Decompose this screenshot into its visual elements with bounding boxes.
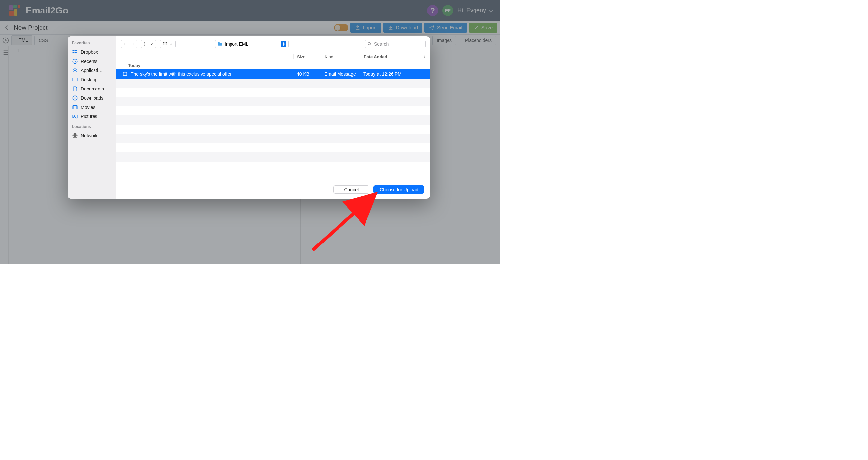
file-open-dialog: Favorites Dropbox Recents Applicati… Des… [67, 36, 430, 199]
svg-rect-12 [165, 42, 165, 43]
svg-rect-15 [165, 43, 165, 44]
sidebar-label: Network [81, 133, 97, 138]
sidebar-item-dropbox[interactable]: Dropbox [67, 47, 116, 57]
view-list-button[interactable] [141, 40, 156, 48]
applications-icon [72, 67, 78, 73]
svg-rect-16 [166, 43, 166, 44]
svg-rect-14 [163, 43, 164, 44]
sidebar-label: Pictures [81, 114, 97, 119]
file-row-empty [116, 134, 430, 143]
document-icon [72, 86, 78, 92]
file-row-empty [116, 125, 430, 134]
dropbox-icon [72, 49, 78, 55]
date-group-today: Today [116, 62, 430, 69]
svg-rect-2 [73, 78, 78, 81]
column-kind[interactable]: Kind [321, 54, 360, 59]
file-columns: Size Kind Date Added〉 [116, 52, 430, 62]
file-row-empty [116, 106, 430, 116]
sidebar-item-pictures[interactable]: Pictures [67, 112, 116, 121]
choose-for-upload-button[interactable]: Choose for Upload [373, 185, 425, 194]
sidebar-label: Dropbox [81, 50, 98, 55]
svg-rect-11 [163, 42, 164, 43]
file-list: Today The sky's the limit with this excl… [116, 62, 430, 180]
sidebar-label: Recents [81, 59, 97, 64]
movies-icon [72, 104, 78, 110]
chevron-down-icon [150, 42, 153, 46]
pictures-icon [72, 113, 78, 120]
sidebar-label: Applicati… [81, 68, 103, 73]
list-icon [144, 42, 148, 46]
search-icon [368, 42, 372, 46]
search-field[interactable]: Search [365, 40, 426, 48]
file-row-empty [116, 152, 430, 162]
eml-file-icon [122, 71, 128, 77]
file-row-empty [116, 97, 430, 106]
sidebar-item-applications[interactable]: Applicati… [67, 66, 116, 75]
location-dropdown[interactable]: Import EML ▲▼ [215, 40, 289, 48]
cancel-button[interactable]: Cancel [333, 185, 369, 194]
file-dialog-sidebar: Favorites Dropbox Recents Applicati… Des… [67, 36, 116, 199]
svg-point-17 [368, 42, 370, 45]
clock-icon [72, 58, 78, 64]
file-row-empty [116, 143, 430, 152]
favorites-header: Favorites [67, 41, 116, 47]
location-label: Import EML [224, 41, 248, 47]
view-grid-button[interactable] [160, 40, 176, 48]
sidebar-label: Documents [81, 86, 104, 92]
chevron-down-icon [169, 42, 173, 46]
file-kind: Email Message [321, 71, 360, 77]
sidebar-item-movies[interactable]: Movies [67, 103, 116, 112]
dialog-footer: Cancel Choose for Upload [116, 180, 430, 199]
sidebar-label: Desktop [81, 77, 97, 82]
sidebar-item-downloads[interactable]: Downloads [67, 93, 116, 103]
file-size: 40 KB [293, 71, 321, 77]
desktop-icon [72, 77, 78, 83]
file-row-empty [116, 79, 430, 88]
file-name: The sky's the limit with this exclusive … [131, 71, 231, 77]
svg-point-10 [144, 45, 145, 45]
sort-chevron-icon: 〉 [424, 55, 427, 59]
svg-rect-19 [124, 73, 127, 75]
nav-back-forward [121, 40, 137, 48]
sidebar-label: Movies [81, 105, 95, 110]
sidebar-item-network[interactable]: Network [67, 131, 116, 140]
sidebar-item-documents[interactable]: Documents [67, 84, 116, 93]
svg-point-8 [144, 42, 145, 43]
folder-icon [217, 41, 223, 47]
file-row-empty [116, 88, 430, 97]
updown-icon: ▲▼ [281, 41, 286, 47]
sidebar-label: Downloads [81, 95, 103, 101]
nav-back-button[interactable] [121, 40, 129, 48]
file-date: Today at 12:26 PM [360, 71, 430, 77]
file-row[interactable]: The sky's the limit with this exclusive … [116, 69, 430, 79]
file-row-empty [116, 116, 430, 125]
sidebar-item-desktop[interactable]: Desktop [67, 75, 116, 84]
column-size[interactable]: Size [293, 54, 321, 59]
svg-rect-13 [166, 42, 166, 43]
locations-header: Locations [67, 124, 116, 131]
network-icon [72, 133, 78, 138]
svg-point-9 [144, 44, 145, 44]
sidebar-item-recents[interactable]: Recents [67, 57, 116, 66]
column-date[interactable]: Date Added〉 [360, 54, 430, 59]
file-dialog-toolbar: Import EML ▲▼ Search [116, 36, 430, 52]
search-placeholder: Search [374, 41, 389, 47]
downloads-icon [72, 95, 78, 101]
grid-icon [163, 42, 167, 46]
svg-rect-4 [73, 106, 78, 109]
nav-forward-button[interactable] [129, 40, 137, 48]
